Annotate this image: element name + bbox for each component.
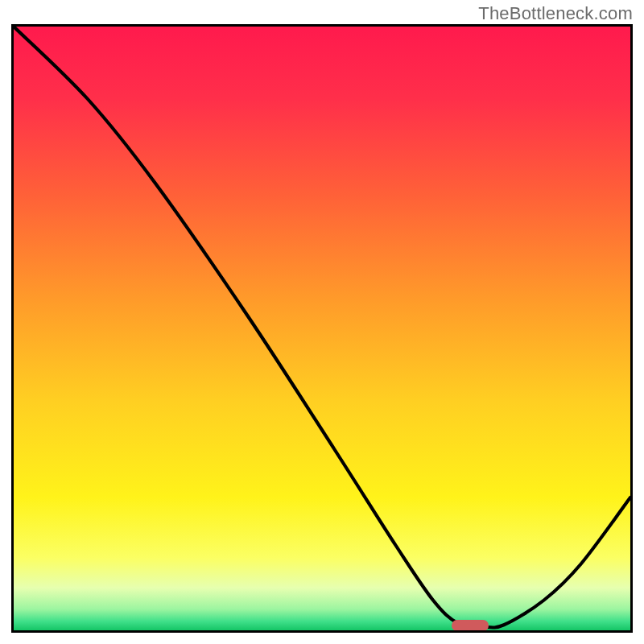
curve-layer <box>14 27 630 630</box>
plot-area <box>11 24 633 633</box>
bottleneck-curve <box>14 27 630 628</box>
watermark-text: TheBottleneck.com <box>478 3 633 24</box>
chart-stage: TheBottleneck.com <box>0 0 644 644</box>
optimal-marker <box>452 620 489 631</box>
